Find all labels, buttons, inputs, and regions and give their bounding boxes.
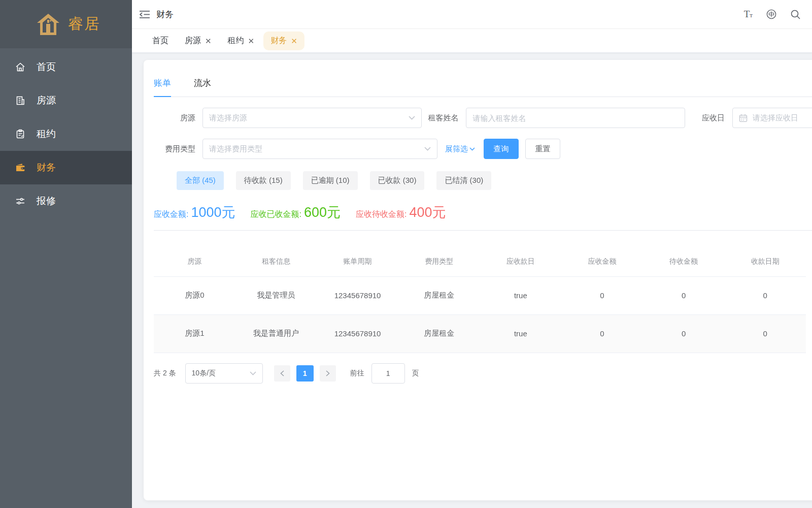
home-icon — [15, 62, 25, 72]
fee-type-filter-label: 费用类型 — [154, 144, 195, 154]
cell: 0 — [643, 314, 725, 353]
close-icon[interactable]: ✕ — [248, 37, 255, 45]
tab-label: 房源 — [185, 36, 201, 46]
due-date-picker[interactable]: 请选择应收日 — [732, 108, 812, 128]
page-unit-label: 页 — [412, 369, 419, 378]
cell: 0 — [724, 314, 806, 353]
col-pending-amount: 待收金额 — [643, 247, 725, 276]
due-date-filter-label: 应收日 — [702, 113, 725, 123]
tenant-name-input[interactable] — [472, 114, 679, 122]
col-tenant-info: 租客信息 — [235, 247, 317, 276]
font-size-icon[interactable]: Tт — [744, 9, 753, 20]
tab-transactions[interactable]: 流水 — [194, 77, 211, 97]
calendar-icon — [739, 114, 748, 122]
table-row[interactable]: 房源0 我是管理员 12345678910 房屋租金 true 0 0 0 — [154, 276, 806, 314]
tab-bills[interactable]: 账单 — [154, 77, 171, 97]
filter-row-1: 房源 请选择房源 租客姓名 应收日 请选择应收日 — [154, 108, 812, 128]
pill-all[interactable]: 全部 (45) — [177, 171, 224, 190]
tab-finance[interactable]: 财务 ✕ — [263, 31, 304, 50]
pagination: 共 2 条 10条/页 1 前往 页 — [154, 363, 812, 384]
chevron-right-icon — [326, 370, 330, 376]
cell: 房源0 — [154, 276, 235, 314]
table-row[interactable]: 房源1 我是普通用户 12345678910 房屋租金 true 0 0 0 — [154, 314, 806, 353]
unreceived-total: 应收待收金额: 400元 — [356, 203, 446, 221]
sidebar-item-finance[interactable]: 财务 — [0, 151, 132, 184]
lease-icon — [15, 129, 25, 139]
tab-label: 流水 — [194, 78, 211, 88]
close-icon[interactable]: ✕ — [205, 37, 212, 45]
summary-label: 应收金额: — [154, 209, 188, 220]
sidebar-collapse-icon[interactable] — [140, 10, 150, 19]
tab-label: 租约 — [228, 36, 244, 46]
next-page-button[interactable] — [320, 365, 336, 382]
cell: 我是普通用户 — [235, 314, 317, 353]
search-icon[interactable] — [790, 9, 801, 20]
brand-name: 睿居 — [68, 14, 100, 35]
filter-row-2: 费用类型 请选择费用类型 展筛选 查询 重置 — [154, 139, 812, 159]
sidebar-item-repairs[interactable]: 报修 — [0, 184, 132, 218]
cell: 12345678910 — [317, 276, 398, 314]
cell: 0 — [561, 276, 643, 314]
prev-page-button[interactable] — [274, 365, 290, 382]
brand-logo: 睿居 — [0, 0, 132, 48]
property-select[interactable]: 请选择房源 — [202, 108, 422, 128]
cell: 房源1 — [154, 314, 235, 353]
sidebar-item-home[interactable]: 首页 — [0, 50, 132, 84]
building-icon — [15, 96, 25, 106]
cell: true — [480, 314, 562, 353]
divider — [154, 230, 812, 231]
chevron-down-icon — [424, 147, 431, 151]
expand-filters-link[interactable]: 展筛选 — [445, 144, 475, 154]
fee-type-select[interactable]: 请选择费用类型 — [202, 139, 437, 159]
pill-pending[interactable]: 待收款 (15) — [236, 171, 291, 190]
tab-label: 财务 — [270, 36, 287, 46]
table-header-row: 房源 租客信息 账单周期 费用类型 应收款日 应收金额 待收金额 收款日期 — [154, 247, 806, 276]
finance-card: 账单 流水 房源 请选择房源 租客姓名 应收日 请选择应收日 — [144, 60, 812, 500]
cell: 0 — [643, 276, 725, 314]
expand-filters-label: 展筛选 — [445, 144, 468, 154]
cell: 0 — [561, 314, 643, 353]
cell: 我是管理员 — [235, 276, 317, 314]
reset-button[interactable]: 重置 — [525, 139, 560, 159]
page-size-select[interactable]: 10条/页 — [185, 363, 263, 384]
house-logo-icon — [36, 13, 61, 36]
content-tabs: 账单 流水 — [154, 60, 812, 97]
page-title: 财务 — [156, 9, 174, 20]
pill-overdue[interactable]: 已逾期 (10) — [303, 171, 358, 190]
tab-home[interactable]: 首页 — [145, 31, 176, 50]
top-header: 财务 Tт — [132, 0, 812, 29]
sidebar-item-label: 财务 — [37, 161, 56, 174]
language-icon[interactable] — [766, 9, 777, 20]
chevron-down-icon — [409, 116, 415, 120]
col-fee-type: 费用类型 — [398, 247, 480, 276]
summary-label: 应收已收金额: — [251, 209, 301, 220]
page-size-value: 10条/页 — [192, 369, 216, 378]
summary-label: 应收待收金额: — [356, 209, 407, 220]
tab-leases[interactable]: 租约 ✕ — [221, 31, 262, 50]
close-icon[interactable]: ✕ — [291, 37, 297, 45]
sidebar-menu: 首页 房源 租约 财务 — [0, 48, 132, 218]
pill-received[interactable]: 已收款 (30) — [370, 171, 425, 190]
search-button[interactable]: 查询 — [484, 139, 519, 159]
tab-properties[interactable]: 房源 ✕ — [178, 31, 219, 50]
goto-page-input[interactable] — [371, 363, 405, 384]
sidebar-item-label: 首页 — [37, 60, 56, 74]
summary-value: 400元 — [410, 203, 446, 221]
page-number-button[interactable]: 1 — [296, 365, 314, 382]
select-placeholder: 请选择费用类型 — [209, 144, 262, 154]
col-property: 房源 — [154, 247, 235, 276]
sidebar-item-properties[interactable]: 房源 — [0, 84, 132, 117]
main-content-area: 账单 流水 房源 请选择房源 租客姓名 应收日 请选择应收日 — [132, 53, 812, 508]
wallet-icon — [15, 163, 25, 173]
sidebar-item-leases[interactable]: 租约 — [0, 117, 132, 151]
property-filter-label: 房源 — [154, 113, 195, 123]
col-bill-period: 账单周期 — [317, 247, 398, 276]
total-count: 共 2 条 — [154, 369, 176, 378]
header-actions: Tт — [744, 9, 801, 20]
pill-settled[interactable]: 已结清 (30) — [436, 171, 491, 190]
status-filter-pills: 全部 (45) 待收款 (15) 已逾期 (10) 已收款 (30) 已结清 (… — [177, 171, 812, 190]
date-placeholder: 请选择应收日 — [753, 113, 798, 123]
tab-label: 首页 — [152, 36, 168, 46]
repair-icon — [15, 196, 25, 206]
chevron-down-icon — [250, 371, 256, 375]
